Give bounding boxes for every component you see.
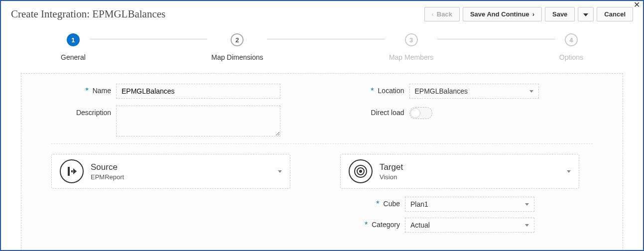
cancel-label: Cancel [604,10,626,18]
cube-label: *Cube [340,200,405,209]
required-icon: * [365,221,368,229]
back-button[interactable]: ‹ Back [424,7,460,21]
chevron-down-icon [529,90,533,93]
location-label: *Location [345,84,409,96]
target-value: Vision [380,173,560,181]
chevron-down-icon [525,203,529,206]
location-select[interactable]: EPMGLBalances [409,84,539,99]
step-connector [267,39,385,39]
step-circle-1: 1 [67,33,80,46]
name-label: *Name [51,84,116,96]
category-select[interactable]: Actual [405,218,534,233]
save-dropdown-button[interactable] [578,7,594,21]
cube-value: Plan1 [410,200,428,208]
close-icon[interactable]: ✕ [634,1,640,9]
chevron-left-icon: ‹ [432,10,434,18]
cancel-button[interactable]: Cancel [597,7,633,21]
svg-rect-0 [68,167,70,176]
form-row-1: *Name *Location EPMGLBalances [51,84,593,99]
save-label: Save [552,10,567,18]
target-card[interactable]: Target Vision [340,154,579,189]
chevron-down-icon [278,170,282,173]
header: Create Integration: EPMGLBalances ‹ Back… [1,1,643,23]
target-texts: Target Vision [380,162,560,181]
action-buttons: ‹ Back Save And Continue › Save Cancel [424,7,633,21]
cube-field-group: *Cube Plan1 [340,197,579,212]
description-label: Description [51,106,116,117]
step-map-dimensions[interactable]: 2 Map Dimensions [211,33,263,61]
save-button[interactable]: Save [545,7,575,21]
step-connector [90,39,207,39]
location-field-group: *Location EPMGLBalances [345,84,593,99]
svg-rect-1 [71,170,73,172]
target-sub-fields: *Cube Plan1 *Category Actual [340,197,579,233]
wizard-stepper: 1 General 2 Map Dimensions 3 Map Members… [1,23,643,66]
category-value: Actual [410,221,430,229]
name-field-group: *Name [51,84,300,99]
step-label-4: Options [559,53,583,61]
source-target-row: Source EPMReport Target Vision [51,154,593,239]
chevron-down-icon [525,224,529,227]
step-general[interactable]: 1 General [61,33,86,61]
step-label-2: Map Dimensions [211,53,263,61]
step-circle-3: 3 [405,33,418,46]
source-texts: Source EPMReport [91,162,271,181]
description-input[interactable] [116,106,280,136]
step-connector [437,39,555,39]
source-title: Source [91,162,271,172]
main-panel: *Name *Location EPMGLBalances Descriptio… [21,73,623,251]
chevron-down-icon [567,170,571,173]
step-circle-2: 2 [231,33,244,46]
location-value: EPMGLBalances [415,87,468,95]
save-continue-label: Save And Continue [470,10,529,18]
toggle-knob [410,108,420,118]
required-icon: * [376,200,379,208]
source-column: Source EPMReport [51,154,290,189]
chevron-right-icon: › [532,10,534,18]
back-label: Back [437,10,452,18]
description-field-group: Description [51,106,300,136]
page-title: Create Integration: EPMGLBalances [11,8,165,20]
step-options[interactable]: 4 Options [559,33,583,61]
required-icon: * [371,87,374,95]
source-card[interactable]: Source EPMReport [51,154,290,189]
cube-select[interactable]: Plan1 [405,197,534,212]
directload-label: Direct load [345,106,409,117]
directload-field-group: Direct load [345,106,593,119]
required-icon: * [85,87,88,95]
form-row-2: Description Direct load [51,106,593,136]
triangle-down-icon [583,13,588,16]
target-title: Target [380,162,560,172]
name-input[interactable] [116,84,280,99]
svg-point-4 [359,170,362,173]
source-icon [60,159,84,183]
category-label: *Category [340,221,405,230]
target-icon [349,159,373,183]
source-value: EPMReport [91,173,271,181]
step-circle-4: 4 [565,33,578,46]
step-label-1: General [61,53,86,61]
separator [51,143,593,144]
save-continue-button[interactable]: Save And Continue › [463,7,542,21]
target-column: Target Vision *Cube Plan1 [340,154,579,239]
step-label-3: Map Members [389,53,433,61]
category-field-group: *Category Actual [340,218,579,233]
directload-toggle[interactable] [409,107,432,119]
step-map-members[interactable]: 3 Map Members [389,33,433,61]
